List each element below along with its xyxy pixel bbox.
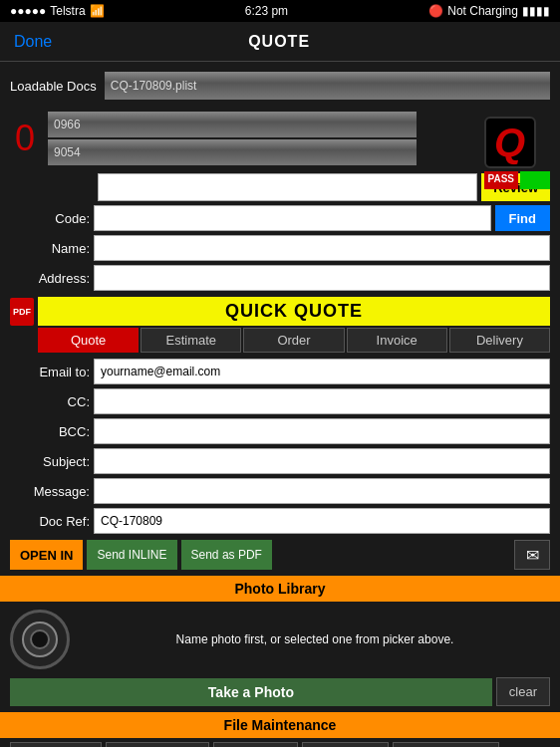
camera-inner <box>22 622 58 657</box>
send-inline-button[interactable]: Send INLINE <box>87 540 176 570</box>
q-letter: Q <box>494 123 525 162</box>
bluetooth-icon: 🔴 <box>428 4 443 18</box>
subject-input[interactable] <box>94 448 550 474</box>
code-label: Code: <box>10 211 90 226</box>
loadable-docs-row: Loadable Docs <box>0 68 560 104</box>
doc-ref-row: Doc Ref: <box>0 506 560 536</box>
camera-row: Name photo first, or selected one from p… <box>0 604 560 675</box>
code-input[interactable] <box>94 205 491 231</box>
doc-ref-input[interactable] <box>94 508 550 534</box>
status-right: 🔴 Not Charging ▮▮▮▮ <box>428 4 550 18</box>
quick-quote-banner: QUICK QUOTE <box>38 297 550 326</box>
number-input-1[interactable] <box>48 112 417 137</box>
status-left: ●●●●● Telstra 📶 <box>10 4 105 18</box>
take-photo-button[interactable]: Take a Photo <box>10 678 492 706</box>
battery-icon: ▮▮▮▮ <box>522 4 550 18</box>
message-input[interactable] <box>94 478 550 504</box>
q-logo-container: Q PASS <box>484 117 551 189</box>
tab-row: Quote Estimate Order Invoice Delivery <box>0 328 560 353</box>
number-input-2[interactable] <box>48 139 417 165</box>
file-maintenance-btn-row-1: TIDY JOBDOCS PURGE JOBDOCS PURGE PLIST P… <box>0 740 560 747</box>
main-content: Q PASS Loadable Docs 0 Review Code: Find… <box>0 62 560 747</box>
purge-app-docs-button[interactable]: PURGE APP DOCS <box>393 742 499 747</box>
loadable-docs-label: Loadable Docs <box>10 79 97 94</box>
subject-label: Subject: <box>10 454 90 469</box>
file-maintenance-bar: File Maintenance <box>0 712 560 738</box>
nav-bar: Done QUOTE <box>0 22 560 62</box>
page-title: QUOTE <box>248 33 310 51</box>
code-row: Code: Find <box>0 203 560 233</box>
send-row: OPEN IN Send INLINE Send as PDF ✉ <box>0 536 560 574</box>
status-bar: ●●●●● Telstra 📶 6:23 pm 🔴 Not Charging ▮… <box>0 0 560 22</box>
carrier-label: Telstra <box>50 4 85 18</box>
clear-button[interactable]: clear <box>496 677 550 706</box>
purge-plist-button[interactable]: PURGE PLIST <box>213 742 297 747</box>
q-logo: Q <box>484 117 536 168</box>
address-input[interactable] <box>94 265 550 291</box>
email-to-input[interactable] <box>94 359 550 384</box>
email-to-row: Email to: <box>0 357 560 386</box>
message-row: Message: <box>0 476 560 506</box>
camera-icon <box>10 610 70 669</box>
time-label: 6:23 pm <box>245 4 288 18</box>
camera-instruction-text: Name photo first, or selected one from p… <box>80 632 550 646</box>
cc-row: CC: <box>0 386 560 416</box>
wifi-icon: 📶 <box>90 4 105 18</box>
email-to-label: Email to: <box>10 365 90 379</box>
purge-jobdocs-button[interactable]: PURGE JOBDOCS <box>106 742 210 747</box>
pdf-icon-label: PDF <box>13 307 31 317</box>
loadable-docs-input[interactable] <box>105 72 550 100</box>
battery-label: Not Charging <box>447 4 518 18</box>
bcc-label: BCC: <box>10 424 90 439</box>
pass-green-indicator <box>520 171 550 189</box>
name-row: Name: <box>0 233 560 263</box>
done-button[interactable]: Done <box>14 33 52 51</box>
cc-label: CC: <box>10 394 90 409</box>
name-input[interactable] <box>94 235 550 261</box>
pass-row: PASS <box>484 171 551 189</box>
bcc-input[interactable] <box>94 418 550 444</box>
doc-ref-label: Doc Ref: <box>10 514 90 529</box>
envelope-button[interactable]: ✉ <box>514 540 550 570</box>
review-find-row: Review <box>0 169 560 203</box>
photo-library-bar: Photo Library <box>0 576 560 602</box>
address-row: Address: <box>0 263 560 293</box>
take-photo-row: Take a Photo clear <box>0 675 560 708</box>
quick-quote-row: PDF QUICK QUOTE <box>0 293 560 328</box>
subject-row: Subject: <box>0 446 560 476</box>
pass-label: PASS <box>484 171 519 189</box>
camera-lens <box>30 629 50 649</box>
tab-quote[interactable]: Quote <box>38 328 139 353</box>
tab-delivery[interactable]: Delivery <box>449 328 550 353</box>
signal-dots: ●●●●● <box>10 4 46 18</box>
tab-invoice[interactable]: Invoice <box>347 328 447 353</box>
message-label: Message: <box>10 484 90 499</box>
find-button[interactable]: Find <box>495 205 550 231</box>
pdf-icon: PDF <box>10 298 34 326</box>
address-label: Address: <box>10 271 90 286</box>
review-input[interactable] <box>98 173 477 201</box>
tab-estimate[interactable]: Estimate <box>140 328 241 353</box>
number-row: 0 <box>0 108 560 169</box>
bcc-row: BCC: <box>0 416 560 446</box>
tidy-jobdocs-button[interactable]: TIDY JOBDOCS <box>10 742 102 747</box>
tab-order[interactable]: Order <box>243 328 344 353</box>
stacked-inputs <box>48 112 550 165</box>
zero-counter: 0 <box>10 118 40 159</box>
open-in-button[interactable]: OPEN IN <box>10 540 83 570</box>
send-pdf-button[interactable]: Send as PDF <box>181 540 272 570</box>
name-label: Name: <box>10 241 90 256</box>
cc-input[interactable] <box>94 388 550 414</box>
purge-inbox-button[interactable]: PURGE INBOX <box>302 742 389 747</box>
